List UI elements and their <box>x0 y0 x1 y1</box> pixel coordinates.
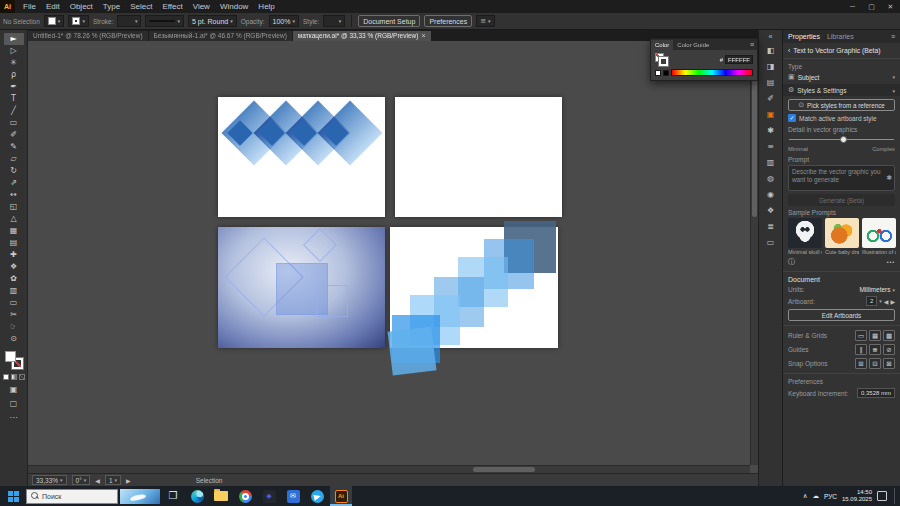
swatches-icon[interactable]: ▤ <box>763 76 779 88</box>
pen-tool[interactable]: ✒ <box>4 81 24 93</box>
stroke-color-dropdown[interactable]: ▾ <box>68 15 89 27</box>
hex-field[interactable]: #FFFFFF <box>720 55 753 64</box>
slice-tool[interactable]: ✂ <box>4 309 24 321</box>
zoom-tool[interactable]: ⊙ <box>4 333 24 345</box>
edit-toolbar-ellipsis[interactable]: ⋯ <box>10 413 18 422</box>
document-setup-button[interactable]: Document Setup <box>358 15 420 27</box>
units-dropdown[interactable]: Millimeters▾ <box>859 286 895 293</box>
task-view-button[interactable]: ❐ <box>162 486 184 506</box>
color-guide-icon[interactable]: ◨ <box>763 60 779 72</box>
stroke-icon[interactable]: ≡ <box>763 140 779 152</box>
gradient-button[interactable] <box>11 374 17 380</box>
canvas[interactable] <box>28 41 758 473</box>
style-dropdown[interactable]: ▾ <box>323 15 345 27</box>
mesh-tool[interactable]: ▦ <box>4 225 24 237</box>
fill-color-dropdown[interactable]: ▾ <box>44 15 65 27</box>
rectangle-tool[interactable]: ▭ <box>4 117 24 129</box>
tray-chevron-up-icon[interactable]: ∧ <box>803 492 808 500</box>
rotate-tool[interactable]: ↻ <box>4 165 24 177</box>
keyboard-increment-input[interactable]: 0,3528 mm <box>857 388 895 398</box>
back-icon[interactable]: ‹ <box>788 47 790 54</box>
artboard-select[interactable]: 2 <box>866 296 877 306</box>
preferences-button[interactable]: Preferences <box>424 15 472 27</box>
layers-icon[interactable]: ≣ <box>763 220 779 232</box>
color-spectrum-bar[interactable] <box>671 69 753 76</box>
start-button[interactable] <box>2 486 24 506</box>
styles-settings-header[interactable]: ⚙ Styles & Settings ▾ <box>783 84 900 96</box>
gradient-panel-icon[interactable]: ▥ <box>763 156 779 168</box>
edit-artboards-button[interactable]: Edit Artboards <box>788 309 895 321</box>
telegram-taskbar-button[interactable] <box>306 486 328 506</box>
pencil-tool[interactable]: ✎ <box>4 141 24 153</box>
menu-help[interactable]: Help <box>253 0 279 13</box>
panel-menu-icon[interactable]: ≡ <box>747 40 757 50</box>
screen-mode-button[interactable]: ▢ <box>10 399 18 408</box>
next-artboard-button[interactable]: ▶ <box>126 477 131 484</box>
direct-selection-tool[interactable]: ▷ <box>4 45 24 57</box>
tab-libraries[interactable]: Libraries <box>827 33 854 40</box>
eraser-tool[interactable]: ▱ <box>4 153 24 165</box>
app-taskbar-button[interactable]: ◈ <box>258 486 280 506</box>
scrollbar-thumb[interactable] <box>473 467 535 472</box>
fill-proxy[interactable] <box>5 351 16 362</box>
generate-button[interactable]: Generate (Beta) <box>788 194 895 206</box>
more-options-icon[interactable]: ••• <box>887 259 895 265</box>
tab-color[interactable]: Color <box>651 40 673 50</box>
snap-to-grid-icon[interactable]: ⊞ <box>855 358 867 369</box>
variable-width-dropdown[interactable]: ▾ <box>145 15 184 27</box>
smart-guides-icon[interactable]: ⊘ <box>883 344 895 355</box>
next-artboard-icon[interactable]: ▶ <box>890 298 895 305</box>
document-tab-active[interactable]: маткацели.ai* @ 33,33 % (RGB/Preview)× <box>293 31 431 41</box>
zoom-dropdown[interactable]: 33,33%▾ <box>32 475 67 485</box>
artboard-3[interactable] <box>218 227 385 348</box>
lasso-tool[interactable]: ρ <box>4 69 24 81</box>
drawing-mode-button[interactable]: ▣ <box>10 385 18 394</box>
artboard-navigation-dropdown[interactable]: 1▾ <box>105 475 121 485</box>
artboard-tool[interactable]: ▭ <box>4 297 24 309</box>
sample-prompt-tile[interactable]: Illustration of a... <box>862 218 896 255</box>
illustrator-taskbar-button[interactable]: Ai <box>330 486 352 506</box>
snap-to-pixel-icon[interactable]: ⊟ <box>869 358 881 369</box>
artboard-2[interactable] <box>395 97 562 217</box>
show-guides-icon[interactable]: ∥ <box>855 344 867 355</box>
taskbar-search-box[interactable]: Поиск <box>26 489 118 504</box>
prompt-textarea[interactable]: Describe the vector graphic you want to … <box>788 165 895 191</box>
hand-tool[interactable]: ☞ <box>4 321 24 333</box>
rotation-dropdown[interactable]: 0°▾ <box>72 475 91 485</box>
search-highlight-image[interactable] <box>120 489 160 504</box>
checkbox-checked[interactable]: ✓ <box>788 114 796 122</box>
graphic-styles-icon[interactable]: ❖ <box>763 204 779 216</box>
arrange-dropdown[interactable]: ≡▾ <box>476 15 494 27</box>
magic-wand-tool[interactable]: ✳ <box>4 57 24 69</box>
close-tab-icon[interactable]: × <box>421 31 425 41</box>
outline-diamond-shape[interactable] <box>303 228 337 262</box>
edge-taskbar-button[interactable] <box>186 486 208 506</box>
expand-panels-icon[interactable]: « <box>769 33 773 40</box>
stroke-swatch[interactable] <box>659 57 668 66</box>
artboard-1[interactable] <box>218 97 385 217</box>
close-button[interactable]: ✕ <box>881 0 900 13</box>
menu-file[interactable]: File <box>18 0 41 13</box>
black-swatch[interactable] <box>663 70 669 76</box>
symbols-icon[interactable]: ✱ <box>763 124 779 136</box>
chrome-taskbar-button[interactable] <box>234 486 256 506</box>
snap-to-point-icon[interactable]: ⊠ <box>883 358 895 369</box>
artboard-4[interactable] <box>390 227 558 348</box>
transparency-grid-icon[interactable]: ▩ <box>883 330 895 341</box>
document-tab[interactable]: Untitled-1* @ 78.26 % (RGB/Preview) <box>28 31 148 41</box>
selection-tool[interactable]: ► <box>4 33 24 45</box>
previous-artboard-icon[interactable]: ◀ <box>884 298 889 305</box>
document-tab[interactable]: Безымянный-1.ai* @ 46.67 % (RGB/Preview) <box>149 31 292 41</box>
pick-styles-button[interactable]: ⊙ Pick styles from a reference <box>788 99 895 111</box>
lock-guides-icon[interactable]: ≣ <box>869 344 881 355</box>
info-icon[interactable]: ⓘ <box>788 257 795 267</box>
fill-stroke-proxy[interactable] <box>655 53 668 66</box>
ruler-icon[interactable]: ▭ <box>855 330 867 341</box>
width-tool[interactable]: ↔ <box>4 189 24 201</box>
menu-view[interactable]: View <box>188 0 215 13</box>
blend-tool[interactable]: ❖ <box>4 261 24 273</box>
perspective-grid-tool[interactable]: △ <box>4 213 24 225</box>
column-graph-tool[interactable]: ▥ <box>4 285 24 297</box>
vertical-scrollbar[interactable] <box>750 41 758 465</box>
transparency-icon[interactable]: ◍ <box>763 172 779 184</box>
